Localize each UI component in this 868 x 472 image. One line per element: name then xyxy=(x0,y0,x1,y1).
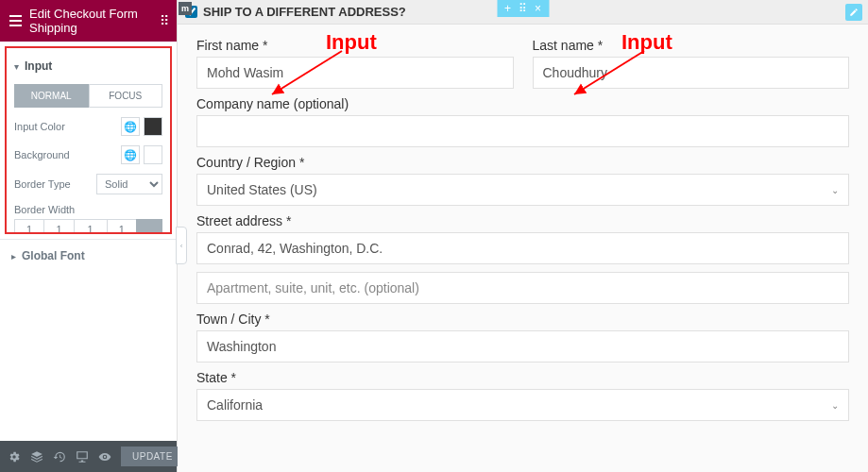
border-width-group: Border Width TOP RIGHT BOTTOM LEFT xyxy=(14,204,162,234)
sidebar-header: Edit Checkout Form Shipping ⠿ xyxy=(0,0,177,42)
hamburger-icon[interactable] xyxy=(9,15,22,26)
background-label: Background xyxy=(14,149,121,160)
input-color-swatch[interactable] xyxy=(144,117,162,136)
street2-input[interactable] xyxy=(196,272,849,304)
input-panel: ▾ Input NORMAL FOCUS Input Color 🌐 Backg… xyxy=(5,46,172,234)
street1-input[interactable] xyxy=(196,232,849,264)
section-title: SHIP TO A DIFFERENT ADDRESS? xyxy=(203,5,406,19)
history-icon[interactable] xyxy=(53,449,66,464)
close-icon[interactable]: × xyxy=(535,2,541,15)
border-type-select[interactable]: Solid xyxy=(96,174,162,194)
input-color-row: Input Color 🌐 xyxy=(14,117,162,136)
chevron-down-icon: ⌄ xyxy=(831,400,839,411)
state-tabs: NORMAL FOCUS xyxy=(14,84,162,108)
shipping-form: First name * Last name * Company name (o… xyxy=(178,25,868,442)
company-label: Company name (optional) xyxy=(196,96,849,111)
section-global-font[interactable]: ▸ Global Font xyxy=(0,239,177,272)
state-select[interactable]: California ⌄ xyxy=(196,389,849,421)
tab-normal[interactable]: NORMAL xyxy=(14,84,89,108)
bw-left[interactable] xyxy=(108,220,136,234)
section-input-toggle[interactable]: ▾ Input xyxy=(14,54,162,78)
margin-badge: m xyxy=(179,2,192,15)
city-label: Town / City * xyxy=(196,312,849,327)
country-select[interactable]: United States (US) ⌄ xyxy=(196,174,849,206)
bw-bottom[interactable] xyxy=(75,220,107,234)
section-header: SHIP TO A DIFFERENT ADDRESS? + ⠿ × xyxy=(178,0,868,25)
globe-icon[interactable]: 🌐 xyxy=(121,117,140,136)
global-font-label: Global Font xyxy=(22,249,85,262)
sidebar-footer: UPDATE ▴ xyxy=(0,441,177,472)
last-name-label: Last name * xyxy=(533,38,850,53)
input-color-label: Input Color xyxy=(14,121,121,132)
sidebar-title: Edit Checkout Form Shipping xyxy=(29,7,160,35)
company-input[interactable] xyxy=(196,115,849,147)
section-input-label: Input xyxy=(25,59,162,73)
drag-icon[interactable]: ⠿ xyxy=(519,2,527,15)
border-type-row: Border Type Solid xyxy=(14,174,162,194)
first-name-input[interactable] xyxy=(196,57,514,89)
country-value: United States (US) xyxy=(207,182,317,197)
update-button[interactable]: UPDATE xyxy=(121,447,184,466)
city-input[interactable] xyxy=(196,330,849,362)
collapse-sidebar-button[interactable]: ‹ xyxy=(176,227,187,264)
settings-icon[interactable] xyxy=(8,449,21,464)
bw-right[interactable] xyxy=(44,220,73,234)
background-row: Background 🌐 xyxy=(14,145,162,164)
responsive-icon[interactable] xyxy=(76,449,89,464)
background-swatch[interactable] xyxy=(144,145,162,164)
grip-icon[interactable]: ⠿ xyxy=(160,13,167,28)
street-label: Street address * xyxy=(196,213,849,228)
bw-top[interactable] xyxy=(15,220,43,234)
country-label: Country / Region * xyxy=(196,155,849,170)
border-width-label: Border Width xyxy=(14,204,162,215)
first-name-label: First name * xyxy=(196,38,514,53)
layers-icon[interactable] xyxy=(30,449,43,464)
add-icon[interactable]: + xyxy=(504,2,511,15)
canvas: SHIP TO A DIFFERENT ADDRESS? + ⠿ × First… xyxy=(178,0,868,472)
preview-icon[interactable] xyxy=(98,449,111,464)
editor-sidebar: Edit Checkout Form Shipping ⠿ ▾ Input NO… xyxy=(0,0,178,472)
caret-right-icon: ▸ xyxy=(11,251,16,261)
globe-icon[interactable]: 🌐 xyxy=(121,145,140,164)
section-handle[interactable]: + ⠿ × xyxy=(497,0,549,17)
link-values-button[interactable] xyxy=(136,219,162,234)
border-type-label: Border Type xyxy=(14,178,96,190)
state-label: State * xyxy=(196,370,849,385)
chevron-down-icon: ⌄ xyxy=(831,185,839,195)
tab-focus[interactable]: FOCUS xyxy=(89,84,163,108)
last-name-input[interactable] xyxy=(533,57,850,89)
state-value: California xyxy=(207,397,263,413)
edit-widget-button[interactable] xyxy=(845,4,862,21)
caret-down-icon: ▾ xyxy=(14,61,19,72)
